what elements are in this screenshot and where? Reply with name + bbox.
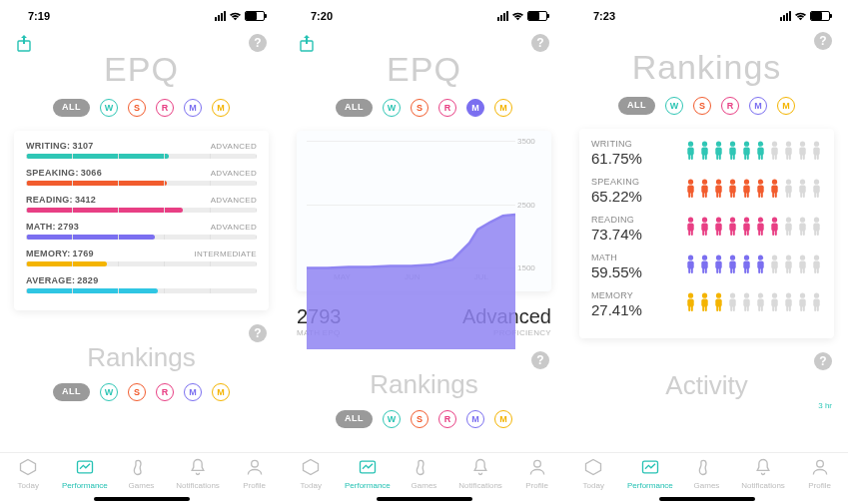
svg-rect-38 bbox=[786, 154, 788, 160]
tab-today[interactable]: Today bbox=[283, 453, 340, 494]
svg-rect-159 bbox=[789, 267, 791, 273]
svg-rect-50 bbox=[688, 192, 690, 198]
svg-rect-45 bbox=[813, 148, 819, 156]
tab-label: Games bbox=[412, 481, 437, 490]
tab-notifications[interactable]: Notifications bbox=[170, 453, 227, 494]
svg-rect-177 bbox=[715, 299, 721, 307]
filter-row-2: ALL W S R M M bbox=[283, 99, 565, 117]
home-indicator bbox=[659, 497, 755, 501]
svg-rect-59 bbox=[719, 192, 721, 198]
svg-rect-30 bbox=[758, 154, 760, 160]
tab-notifications[interactable]: Notifications bbox=[735, 453, 792, 494]
tab-games[interactable]: Games bbox=[396, 453, 452, 494]
tab-performance[interactable]: Performance bbox=[622, 453, 679, 494]
tab-today[interactable]: Today bbox=[0, 453, 57, 494]
filter-all[interactable]: ALL bbox=[618, 97, 655, 115]
svg-rect-193 bbox=[771, 299, 777, 307]
share-icon[interactable] bbox=[299, 34, 315, 52]
tab-profile[interactable]: Profile bbox=[226, 453, 283, 494]
filter-all[interactable]: ALL bbox=[336, 99, 373, 117]
person-icon bbox=[699, 217, 710, 237]
filter-all[interactable]: ALL bbox=[53, 383, 90, 401]
svg-rect-102 bbox=[730, 230, 732, 236]
wifi-icon bbox=[511, 11, 524, 21]
tab-games[interactable]: Games bbox=[113, 453, 170, 494]
svg-rect-129 bbox=[687, 261, 693, 269]
person-icon bbox=[727, 292, 738, 312]
help-button[interactable]: ? bbox=[249, 34, 267, 52]
skill-name: MEMORY: bbox=[26, 249, 71, 258]
svg-point-200 bbox=[800, 293, 805, 298]
skill-bar bbox=[26, 288, 257, 293]
person-icon bbox=[699, 254, 710, 274]
tab-games[interactable]: Games bbox=[678, 453, 735, 494]
tab-profile[interactable]: Profile bbox=[508, 453, 565, 494]
svg-rect-22 bbox=[730, 154, 732, 160]
svg-rect-46 bbox=[814, 154, 816, 160]
filter-m2[interactable]: M bbox=[212, 99, 230, 117]
svg-rect-109 bbox=[757, 224, 763, 232]
svg-point-164 bbox=[814, 255, 819, 260]
person-icon bbox=[769, 179, 780, 199]
filter-m1[interactable]: M bbox=[184, 99, 202, 117]
svg-rect-81 bbox=[799, 186, 805, 194]
games-icon bbox=[696, 457, 716, 479]
share-icon[interactable] bbox=[16, 34, 32, 52]
svg-point-124 bbox=[814, 218, 819, 223]
svg-rect-53 bbox=[701, 186, 707, 194]
filter-all[interactable]: ALL bbox=[53, 99, 90, 117]
svg-rect-101 bbox=[729, 224, 735, 232]
svg-point-120 bbox=[800, 218, 805, 223]
skill-score: 1769 bbox=[73, 249, 94, 258]
help-button[interactable]: ? bbox=[531, 351, 549, 369]
person-icon bbox=[811, 179, 822, 199]
help-button[interactable]: ? bbox=[249, 324, 267, 342]
svg-rect-106 bbox=[744, 230, 746, 236]
svg-point-56 bbox=[716, 180, 721, 185]
svg-point-16 bbox=[716, 142, 721, 147]
ranking-row: READING 73.74% bbox=[591, 215, 822, 243]
svg-point-176 bbox=[716, 293, 721, 298]
filter-all[interactable]: ALL bbox=[336, 410, 373, 428]
skill-bar bbox=[26, 235, 257, 240]
svg-point-148 bbox=[758, 255, 763, 260]
svg-rect-190 bbox=[758, 305, 760, 311]
tab-performance[interactable]: Performance bbox=[340, 453, 397, 494]
tab-today[interactable]: Today bbox=[565, 453, 622, 494]
tab-profile[interactable]: Profile bbox=[791, 453, 848, 494]
svg-point-84 bbox=[814, 180, 819, 185]
help-button[interactable]: ? bbox=[814, 352, 832, 370]
svg-rect-62 bbox=[730, 192, 732, 198]
tab-notifications[interactable]: Notifications bbox=[452, 453, 509, 494]
help-button[interactable]: ? bbox=[814, 32, 832, 50]
svg-rect-19 bbox=[719, 154, 721, 160]
filter-w[interactable]: W bbox=[100, 99, 118, 117]
status-bar: 7:19 bbox=[0, 0, 283, 26]
wifi-icon bbox=[794, 11, 807, 21]
svg-rect-110 bbox=[758, 230, 760, 236]
filter-row-sub1: ALL W S R M M bbox=[0, 383, 283, 401]
help-button[interactable]: ? bbox=[531, 34, 549, 52]
svg-rect-21 bbox=[729, 148, 735, 156]
svg-point-48 bbox=[688, 180, 693, 185]
svg-rect-139 bbox=[719, 267, 721, 273]
skill-row: WRITING: 3107 ADVANCED bbox=[26, 141, 257, 159]
svg-point-60 bbox=[730, 180, 735, 185]
tab-performance[interactable]: Performance bbox=[57, 453, 114, 494]
svg-point-132 bbox=[702, 255, 707, 260]
person-icon bbox=[699, 292, 710, 312]
svg-rect-165 bbox=[813, 261, 819, 269]
svg-point-24 bbox=[744, 142, 749, 147]
status-right bbox=[215, 11, 265, 21]
svg-rect-26 bbox=[744, 154, 746, 160]
people-row bbox=[685, 179, 822, 199]
filter-r[interactable]: R bbox=[156, 99, 174, 117]
svg-rect-113 bbox=[771, 224, 777, 232]
person-icon bbox=[727, 141, 738, 161]
person-icon bbox=[713, 179, 724, 199]
person-icon bbox=[783, 141, 794, 161]
games-icon bbox=[131, 457, 151, 479]
wifi-icon bbox=[229, 11, 242, 21]
filter-m1-active[interactable]: M bbox=[466, 99, 484, 117]
filter-s[interactable]: S bbox=[128, 99, 146, 117]
